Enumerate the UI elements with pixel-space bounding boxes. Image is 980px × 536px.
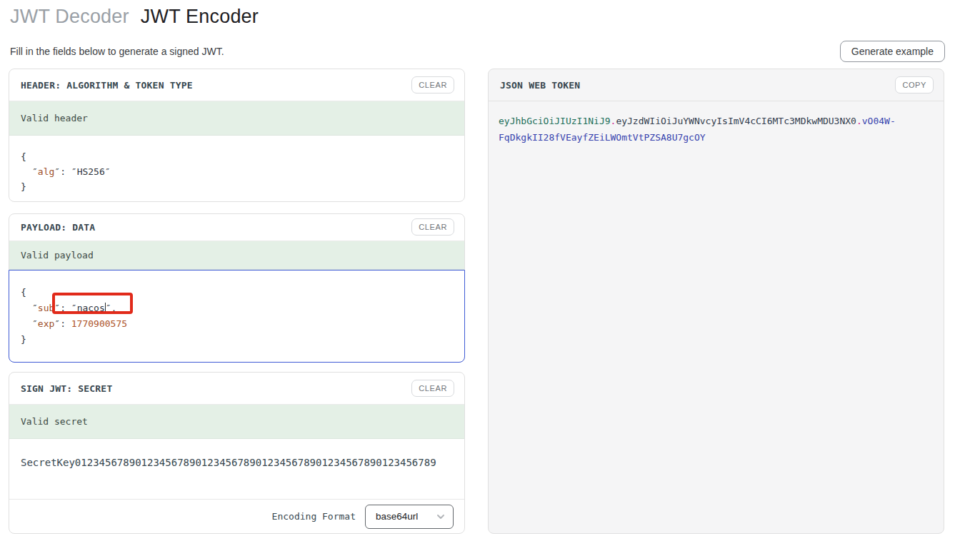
header-clear-button[interactable]: CLEAR [411, 76, 454, 93]
secret-status-text: Valid secret [21, 416, 88, 427]
json-web-token-card: JSON WEB TOKEN COPY eyJhbGciOiJIUzI1NiJ9… [488, 69, 944, 534]
encoding-format-select[interactable]: base64url [365, 505, 454, 529]
header-card: HEADER: ALGORITHM & TOKEN TYPE CLEAR Val… [9, 69, 465, 202]
header-json-line-alg: ″alg″: ″HS256″ [21, 164, 453, 179]
header-card-title: HEADER: ALGORITHM & TOKEN TYPE [21, 80, 193, 91]
payload-clear-button[interactable]: CLEAR [411, 218, 454, 236]
header-card-head: HEADER: ALGORITHM & TOKEN TYPE CLEAR [9, 69, 464, 101]
encoded-jwt-output: eyJhbGciOiJIUzI1NiJ9.eyJzdWIiOiJuYWNvcyI… [489, 101, 944, 157]
sign-card-footer: Encoding Format base64url [9, 499, 464, 533]
top-bar: JWT Decoder JWT Encoder Fill in the fiel… [0, 6, 980, 62]
token-separator-dot: . [856, 116, 862, 126]
secret-input[interactable]: SecretKey0123456789012345678901234567890… [9, 439, 464, 499]
payload-card-title: PAYLOAD: DATA [21, 222, 95, 233]
token-card-head: JSON WEB TOKEN COPY [489, 69, 944, 101]
encoding-format-label: Encoding Format [272, 511, 356, 522]
header-status-text: Valid header [21, 113, 88, 123]
subtitle-row: Fill in the fields below to generate a s… [10, 41, 945, 62]
content-columns: HEADER: ALGORITHM & TOKEN TYPE CLEAR Val… [0, 62, 980, 534]
tab-jwt-encoder[interactable]: JWT Encoder [141, 6, 259, 28]
secret-value: SecretKey0123456789012345678901234567890… [21, 457, 436, 468]
page-subtitle: Fill in the fields below to generate a s… [10, 46, 224, 57]
sign-clear-button[interactable]: CLEAR [411, 380, 454, 397]
payload-json-line-sub: ″sub″: ″nacos″, [21, 300, 453, 316]
payload-status-text: Valid payload [21, 250, 94, 261]
payload-card: PAYLOAD: DATA CLEAR Valid payload { ″sub… [9, 213, 465, 363]
header-json-line-open: { [21, 149, 453, 164]
chevron-down-icon [436, 512, 446, 522]
copy-token-button[interactable]: COPY [895, 76, 934, 93]
sign-card-head: SIGN JWT: SECRET CLEAR [9, 373, 464, 405]
left-column: HEADER: ALGORITHM & TOKEN TYPE CLEAR Val… [9, 69, 465, 534]
tab-jwt-decoder[interactable]: JWT Decoder [10, 6, 129, 28]
payload-json-line-open: { [21, 285, 453, 300]
token-payload-segment: eyJzdWIiOiJuYWNvcyIsImV4cCI6MTc3MDkwMDU3… [616, 116, 856, 126]
token-card-title: JSON WEB TOKEN [500, 80, 580, 91]
header-json-line-close: } [21, 179, 453, 194]
token-header-segment: eyJhbGciOiJIUzI1NiJ9 [499, 116, 611, 126]
header-json-editor[interactable]: { ″alg″: ″HS256″ } [9, 136, 464, 208]
payload-card-head: PAYLOAD: DATA CLEAR [9, 214, 464, 241]
generate-example-button[interactable]: Generate example [840, 41, 945, 62]
secret-status-banner: Valid secret [9, 405, 464, 439]
payload-json-line-close: } [21, 332, 453, 348]
payload-json-editor[interactable]: { ″sub″: ″nacos″, ″exp″: 1770900575 } [9, 270, 465, 363]
mode-tabs: JWT Decoder JWT Encoder [10, 6, 945, 28]
encoding-format-value: base64url [376, 511, 418, 522]
jwt-encoder-page: JWT Decoder JWT Encoder Fill in the fiel… [0, 0, 980, 536]
sign-card-title: SIGN JWT: SECRET [21, 383, 112, 394]
sign-jwt-card: SIGN JWT: SECRET CLEAR Valid secret Secr… [9, 372, 465, 534]
right-column: JSON WEB TOKEN COPY eyJhbGciOiJIUzI1NiJ9… [488, 69, 944, 534]
header-status-banner: Valid header [9, 101, 464, 136]
payload-status-banner: Valid payload [9, 241, 464, 270]
payload-json-line-exp: ″exp″: 1770900575 [21, 316, 453, 332]
